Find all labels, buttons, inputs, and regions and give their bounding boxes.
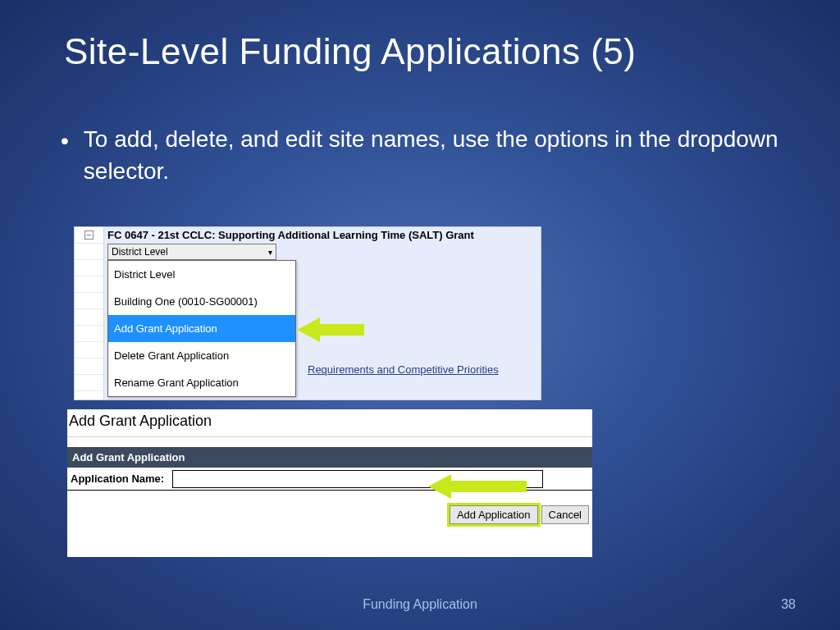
level-dropdown: District Level Building One (0010-SG0000… <box>107 260 296 397</box>
dropdown-option-district[interactable]: District Level <box>108 261 295 288</box>
grant-header: FC 0647 - 21st CCLC: Supporting Addition… <box>107 229 474 241</box>
slide: Site-Level Funding Applications (5) • To… <box>0 0 840 630</box>
page-number: 38 <box>781 597 796 612</box>
add-application-button[interactable]: Add Application <box>450 505 538 524</box>
arrow-left-icon <box>428 474 527 499</box>
chevron-down-icon: ▾ <box>268 248 272 257</box>
cancel-button[interactable]: Cancel <box>541 505 589 524</box>
bullet-text: To add, delete, and edit site names, use… <box>84 123 783 187</box>
row-gutter <box>75 227 104 399</box>
arrow-left-icon <box>297 317 364 342</box>
dropdown-option-add[interactable]: Add Grant Application <box>108 315 295 342</box>
level-select[interactable]: District Level ▾ <box>107 244 276 260</box>
dropdown-option-delete[interactable]: Delete Grant Application <box>108 342 295 369</box>
requirements-link[interactable]: Requirements and Competitive Priorities <box>308 363 499 376</box>
screenshot-dropdown: − FC 0647 - 21st CCLC: Supporting Additi… <box>74 226 541 400</box>
dropdown-option-rename[interactable]: Rename Grant Application <box>108 369 295 396</box>
collapse-icon[interactable]: − <box>84 231 94 240</box>
footer-label: Funding Application <box>0 597 840 612</box>
dialog-section-bar: Add Grant Application <box>67 447 592 468</box>
bullet-icon: • <box>61 125 69 187</box>
slide-title: Site-Level Funding Applications (5) <box>0 0 840 72</box>
dropdown-option-building[interactable]: Building One (0010-SG00001) <box>108 288 295 315</box>
bullet-item: • To add, delete, and edit site names, u… <box>0 72 840 187</box>
application-name-label: Application Name: <box>67 468 167 490</box>
level-select-value: District Level <box>112 246 168 258</box>
dialog-title: Add Grant Application <box>67 409 592 437</box>
